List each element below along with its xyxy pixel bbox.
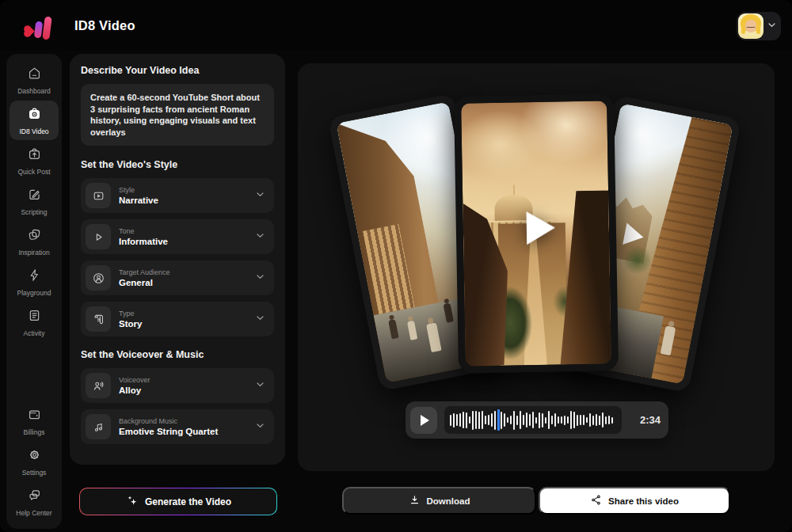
generate-video-button[interactable]: Generate the Video (79, 488, 277, 515)
dropdown-value: Narrative (119, 196, 254, 205)
video-screen-icon (86, 183, 111, 208)
download-button[interactable]: Download (342, 487, 536, 515)
chevron-down-icon (766, 19, 778, 34)
sidebar-item-label: Dashboard (17, 87, 51, 95)
play-outline-icon (86, 224, 111, 249)
sidebar-item-settings[interactable]: Settings (10, 442, 59, 481)
overlap-shapes-icon (27, 227, 42, 245)
home-icon (27, 66, 42, 84)
user-circle-icon (86, 265, 111, 291)
sidebar: Dashboard ID8 Video Quick Post Scripting… (6, 54, 62, 529)
dropdown-label: Background Music (119, 417, 254, 425)
chevron-down-icon (254, 420, 266, 435)
style-heading: Set the Video's Style (81, 159, 274, 170)
chevron-down-icon (254, 271, 266, 286)
upload-box-icon (27, 146, 42, 165)
logo-heart-shape (25, 26, 35, 36)
sparkles-icon (125, 494, 139, 510)
avatar (738, 13, 763, 39)
page-title: ID8 Video (74, 18, 135, 33)
sidebar-item-label: ID8 Video (19, 127, 48, 135)
account-menu[interactable] (737, 12, 781, 40)
sidebar-item-activity[interactable]: Activity (10, 302, 59, 342)
play-icon (421, 415, 429, 426)
sidebar-item-dashboard[interactable]: Dashboard (10, 60, 59, 100)
sidebar-item-help-center[interactable]: Help Center (10, 482, 59, 522)
video-card-main[interactable] (454, 93, 619, 373)
sidebar-item-label: Scripting (21, 208, 47, 216)
wallet-icon (27, 407, 42, 425)
background-music-dropdown[interactable]: Background Music Emotive String Quartet (81, 409, 274, 444)
download-icon (409, 494, 421, 507)
chevron-down-icon (254, 378, 266, 393)
describe-heading: Describe Your Video Idea (81, 65, 274, 76)
download-label: Download (427, 496, 470, 506)
activity-log-icon (27, 308, 42, 326)
dropdown-value: Emotive String Quartet (119, 427, 254, 436)
dropdown-value: Alloy (119, 386, 254, 395)
app-window: ID8 Video Dashboard ID8 Video Quick Post (0, 0, 792, 532)
logo-bar-shape (42, 17, 51, 40)
sidebar-item-scripting[interactable]: Scripting (10, 181, 59, 221)
sidebar-item-label: Inspiration (18, 249, 49, 256)
lightning-icon (27, 268, 42, 286)
target-audience-dropdown[interactable]: Target Audience General (81, 260, 274, 295)
note-edit-icon (27, 187, 42, 205)
voice-person-icon (86, 373, 111, 398)
sidebar-item-label: Settings (22, 469, 47, 477)
share-label: Share this video (608, 496, 679, 506)
dropdown-value: Story (119, 319, 254, 329)
chevron-down-icon (254, 230, 266, 245)
play-icon[interactable] (526, 211, 555, 245)
dropdown-label: Tone (119, 227, 254, 235)
preview-panel: 2:34 (298, 63, 775, 471)
audio-player: 2:34 (406, 401, 668, 439)
voice-heading: Set the Voiceover & Music (81, 349, 274, 360)
voiceover-dropdown[interactable]: Voiceover Alloy (81, 368, 274, 403)
audio-play-button[interactable] (410, 407, 437, 434)
scroll-icon (86, 306, 111, 332)
dropdown-label: Voiceover (119, 376, 254, 384)
duration-label: 2:34 (640, 414, 661, 426)
sidebar-item-label: Help Center (16, 509, 51, 517)
sidebar-item-billings[interactable]: Billings (10, 401, 59, 441)
dropdown-value: General (119, 278, 254, 287)
chevron-down-icon (254, 312, 266, 327)
video-idea-input[interactable]: Create a 60-second YouTube Short about 3… (81, 84, 274, 146)
sidebar-item-label: Quick Post (17, 168, 50, 176)
sidebar-item-label: Playground (17, 289, 51, 297)
music-notes-icon (86, 414, 111, 439)
gear-icon (27, 447, 42, 466)
app-logo-icon (24, 11, 55, 41)
dropdown-value: Informative (119, 237, 254, 246)
sidebar-item-id8-video[interactable]: ID8 Video (10, 101, 59, 140)
waveform[interactable] (444, 406, 622, 434)
dropdown-label: Target Audience (119, 268, 254, 276)
sidebar-item-inspiration[interactable]: Inspiration (10, 222, 59, 261)
waveform-playhead[interactable] (497, 409, 500, 431)
share-icon (590, 494, 602, 507)
sidebar-item-label: Billings (24, 428, 45, 436)
logo-bar-shape (34, 21, 43, 39)
sidebar-item-quick-post[interactable]: Quick Post (10, 141, 59, 180)
generate-video-label: Generate the Video (145, 496, 231, 507)
dropdown-label: Style (119, 186, 254, 194)
sidebar-item-label: Activity (24, 329, 45, 337)
header: ID8 Video (0, 0, 792, 51)
share-button[interactable]: Share this video (539, 487, 730, 515)
tone-dropdown[interactable]: Tone Informative (81, 219, 274, 254)
video-app-icon (27, 106, 42, 124)
type-dropdown[interactable]: Type Story (81, 302, 274, 336)
sidebar-item-playground[interactable]: Playground (10, 262, 59, 302)
chat-bubbles-icon (27, 488, 42, 506)
style-dropdown[interactable]: Style Narrative (81, 178, 274, 213)
config-panel: Describe Your Video Idea Create a 60-sec… (70, 54, 285, 465)
chevron-down-icon (254, 188, 266, 203)
dropdown-label: Type (119, 310, 254, 317)
